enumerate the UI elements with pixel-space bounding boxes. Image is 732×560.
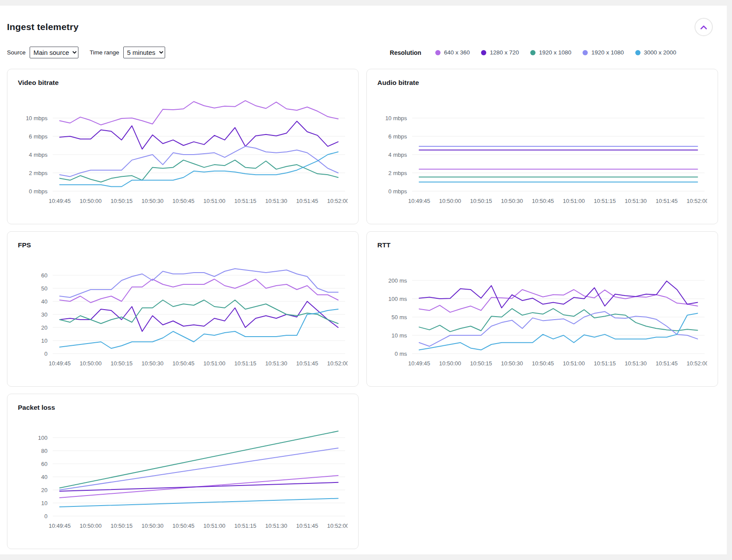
x-tick-label: 10:50:45 (173, 360, 195, 367)
y-tick-label: 10 (41, 337, 47, 344)
x-tick-label: 10:50:45 (532, 198, 554, 204)
collapse-section-button[interactable] (695, 18, 713, 36)
legend-label: 1920 x 1080 (539, 49, 571, 56)
y-tick-label: 0 mbps (388, 188, 407, 195)
y-tick-label: 10 ms (392, 332, 407, 339)
legend-item[interactable]: 1920 x 1080 (583, 49, 624, 56)
packet-loss-chart: 0102040608010010:49:4510:50:0010:50:1510… (18, 413, 348, 535)
chart-svg: 0 mbps2 mbps4 mbps6 mbps10 mbps10:49:451… (377, 88, 707, 210)
x-tick-label: 10:50:15 (470, 360, 492, 367)
y-tick-label: 0 mbps (29, 188, 47, 195)
x-tick-label: 10:51:45 (296, 523, 319, 529)
x-tick-label: 10:49:45 (408, 360, 430, 367)
series-line (60, 121, 338, 149)
panel-rtt: RTT 0 ms10 ms50 ms100 ms200 ms10:49:4510… (366, 231, 718, 387)
x-tick-label: 10:49:45 (49, 198, 71, 204)
y-tick-label: 60 (41, 272, 47, 279)
panel-audio-bitrate: Audio bitrate 0 mbps2 mbps4 mbps6 mbps10… (366, 69, 718, 224)
y-tick-label: 200 ms (388, 277, 407, 284)
y-tick-label: 20 (41, 487, 47, 493)
x-tick-label: 10:51:30 (625, 360, 647, 367)
series-line (419, 281, 698, 308)
x-tick-label: 10:52:00 (327, 198, 348, 204)
x-tick-label: 10:50:45 (532, 360, 554, 367)
x-tick-label: 10:51:30 (265, 523, 288, 529)
series-line (60, 300, 338, 324)
y-tick-label: 6 mbps (29, 133, 47, 140)
x-tick-label: 10:50:00 (439, 198, 461, 204)
y-tick-label: 60 (41, 461, 47, 467)
page-title: Ingest telemetry (7, 22, 78, 32)
chart-svg: 0102040608010010:49:4510:50:0010:50:1510… (18, 413, 348, 535)
x-tick-label: 10:51:15 (234, 198, 257, 204)
series-line (60, 499, 338, 507)
series-line (60, 301, 338, 331)
x-tick-label: 10:51:00 (563, 360, 585, 367)
chart-svg: 0 mbps2 mbps4 mbps6 mbps10 mbps10:49:451… (18, 88, 348, 210)
x-tick-label: 10:51:15 (594, 360, 616, 367)
y-tick-label: 20 (41, 324, 47, 331)
series-line (419, 290, 698, 312)
y-tick-label: 0 (44, 513, 47, 520)
y-tick-label: 30 (41, 311, 47, 318)
series-line (60, 160, 338, 182)
y-tick-label: 100 (38, 435, 47, 441)
x-tick-label: 10:52:00 (687, 198, 707, 204)
bottom-gray-strip (0, 554, 727, 560)
source-select[interactable]: Main source (30, 47, 78, 58)
panel-packet-loss: Packet loss 0102040608010010:49:4510:50:… (7, 394, 359, 549)
y-tick-label: 6 mbps (388, 133, 407, 140)
legend-label: 1920 x 1080 (591, 49, 624, 56)
y-tick-label: 100 ms (388, 296, 407, 302)
x-tick-label: 10:52:00 (687, 360, 707, 367)
panel-video-bitrate: Video bitrate 0 mbps2 mbps4 mbps6 mbps10… (7, 69, 359, 224)
resolution-legend: Resolution 640 x 3601280 x 7201920 x 108… (390, 49, 676, 56)
legend-color-dot (481, 50, 486, 55)
chart-svg: 010203040506010:49:4510:50:0010:50:1510:… (18, 251, 348, 373)
x-tick-label: 10:52:00 (327, 523, 348, 529)
y-tick-label: 0 (44, 351, 47, 357)
x-tick-label: 10:51:00 (563, 198, 585, 204)
legend-item[interactable]: 3000 x 2000 (635, 49, 676, 56)
y-tick-label: 40 (41, 298, 47, 305)
x-tick-label: 10:50:30 (142, 198, 164, 204)
legend-color-dot (435, 50, 441, 55)
x-tick-label: 10:49:45 (49, 523, 71, 529)
legend-item[interactable]: 1920 x 1080 (530, 49, 571, 56)
fps-chart: 010203040506010:49:4510:50:0010:50:1510:… (18, 251, 348, 373)
legend-label: 3000 x 2000 (644, 49, 676, 56)
x-tick-label: 10:51:45 (296, 198, 319, 204)
audio-bitrate-chart: 0 mbps2 mbps4 mbps6 mbps10 mbps10:49:451… (377, 88, 707, 210)
source-label: Source (7, 49, 26, 56)
legend-item[interactable]: 1280 x 720 (481, 49, 519, 56)
y-tick-label: 50 (41, 285, 47, 292)
x-tick-label: 10:50:45 (173, 523, 195, 529)
charts-grid: Video bitrate 0 mbps2 mbps4 mbps6 mbps10… (7, 69, 718, 549)
time-range-select[interactable]: 5 minutes (123, 47, 165, 58)
x-tick-label: 10:49:45 (408, 198, 430, 204)
x-tick-label: 10:50:45 (173, 198, 195, 204)
x-tick-label: 10:49:45 (49, 360, 71, 367)
right-scroll-gutter[interactable] (727, 6, 732, 560)
y-tick-label: 10 mbps (385, 115, 407, 121)
x-tick-label: 10:51:15 (594, 198, 616, 204)
chart-title: Audio bitrate (377, 79, 707, 87)
legend-item[interactable]: 640 x 360 (435, 49, 470, 56)
legend-label: 640 x 360 (444, 49, 470, 56)
x-tick-label: 10:51:45 (296, 360, 319, 367)
y-tick-label: 4 mbps (388, 152, 407, 158)
x-tick-label: 10:51:00 (203, 198, 226, 204)
y-tick-label: 40 (41, 474, 47, 480)
video-bitrate-chart: 0 mbps2 mbps4 mbps6 mbps10 mbps10:49:451… (18, 88, 348, 210)
legend-color-dot (530, 50, 535, 55)
y-tick-label: 50 ms (392, 314, 407, 320)
x-tick-label: 10:51:00 (203, 360, 226, 367)
x-tick-label: 10:50:15 (111, 198, 133, 204)
ingest-telemetry-section: Ingest telemetry Source Main source Time… (0, 6, 727, 549)
x-tick-label: 10:50:30 (501, 198, 523, 204)
legend-color-dot (635, 50, 640, 55)
x-tick-label: 10:50:15 (470, 198, 492, 204)
y-tick-label: 4 mbps (29, 152, 47, 158)
chart-title: FPS (18, 241, 348, 249)
x-tick-label: 10:50:00 (80, 198, 102, 204)
